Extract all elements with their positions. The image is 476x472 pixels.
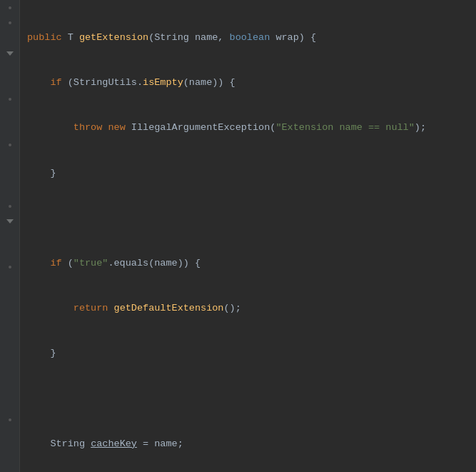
gutter-line xyxy=(0,15,19,30)
gutter-line xyxy=(0,229,19,244)
fold-icon[interactable] xyxy=(6,203,14,210)
code-line-9 xyxy=(27,391,470,406)
code-line-7: return getDefaultExtension(); xyxy=(27,301,470,316)
fold-icon[interactable] xyxy=(6,416,14,423)
gutter-line xyxy=(0,91,19,106)
gutter-line xyxy=(0,31,19,46)
code-line-10: String cacheKey = name; xyxy=(27,436,470,451)
code-editor: public T getExtension(String name, boole… xyxy=(0,0,476,472)
code-line-8: } xyxy=(27,346,470,361)
gutter-line xyxy=(0,0,19,15)
code-line-6: if ("true".equals(name)) { xyxy=(27,256,470,271)
gutter-line xyxy=(0,366,19,381)
fold-icon[interactable] xyxy=(6,141,14,149)
gutter-line xyxy=(0,76,19,91)
code-line-1: public T getExtension(String name, boole… xyxy=(27,30,470,45)
gutter-line xyxy=(0,107,19,122)
gutter-line xyxy=(0,382,19,397)
code-line-2: if (StringUtils.isEmpty(name)) { xyxy=(27,75,470,90)
gutter-line xyxy=(0,336,19,351)
gutter-line xyxy=(0,199,19,214)
code-lines: public T getExtension(String name, boole… xyxy=(20,0,476,472)
gutter-line xyxy=(0,428,19,443)
gutter-line xyxy=(0,244,19,259)
gutter-line xyxy=(0,290,19,305)
gutter-line xyxy=(0,46,19,61)
fold-icon[interactable] xyxy=(6,19,14,26)
gutter-line xyxy=(0,275,19,290)
gutter-line xyxy=(0,321,19,336)
gutter-line xyxy=(0,214,19,229)
gutter-line xyxy=(0,168,19,183)
gutter-line xyxy=(0,397,19,412)
gutter-line xyxy=(0,61,19,76)
fold-icon[interactable] xyxy=(6,96,14,103)
gutter-line xyxy=(0,184,19,199)
code-line-3: throw new IllegalArgumentException("Exte… xyxy=(27,120,470,135)
gutter-line xyxy=(0,458,19,472)
gutter-line xyxy=(0,413,19,428)
gutter xyxy=(0,0,20,472)
code-line-4: } xyxy=(27,166,470,181)
code-line-5 xyxy=(27,211,470,226)
fold-icon[interactable] xyxy=(6,50,14,57)
fold-icon[interactable] xyxy=(6,34,14,41)
fold-icon[interactable] xyxy=(6,218,14,225)
gutter-line xyxy=(0,260,19,275)
gutter-line xyxy=(0,306,19,321)
gutter-line xyxy=(0,138,19,153)
gutter-line xyxy=(0,153,19,168)
fold-icon[interactable] xyxy=(6,111,14,118)
fold-icon[interactable] xyxy=(6,263,14,271)
gutter-line xyxy=(0,122,19,137)
fold-icon[interactable] xyxy=(6,4,14,11)
gutter-line xyxy=(0,351,19,366)
gutter-line xyxy=(0,443,19,458)
